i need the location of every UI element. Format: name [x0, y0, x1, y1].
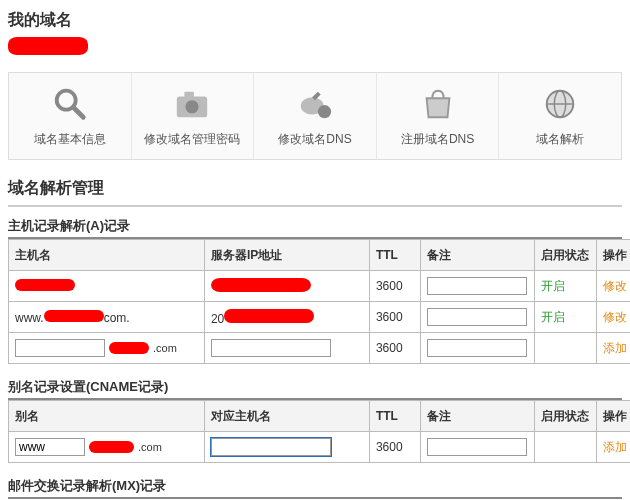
redaction	[109, 342, 149, 354]
redaction	[8, 37, 88, 55]
col-host: 主机名	[9, 240, 205, 271]
bag-icon	[419, 85, 457, 123]
toolbar: 域名基本信息 修改域名管理密码 修改域名DNS 注册域名DNS 域名解析	[8, 72, 622, 160]
note-input[interactable]	[427, 438, 527, 456]
note-input[interactable]	[427, 339, 527, 357]
host-input[interactable]	[15, 339, 105, 357]
col-ttl: TTL	[369, 240, 421, 271]
tool-label: 域名解析	[536, 131, 584, 148]
table-header-row: 别名 对应主机名 TTL 备注 启用状态 操作	[9, 401, 631, 432]
ip-input[interactable]	[211, 339, 331, 357]
host-suffix: .com	[153, 342, 177, 354]
redaction	[15, 279, 75, 291]
page-title: 我的域名	[8, 10, 622, 31]
edit-link[interactable]: 修改	[603, 279, 627, 293]
tool-change-password[interactable]: 修改域名管理密码	[132, 73, 255, 159]
col-op: 操作	[596, 240, 630, 271]
col-status: 启用状态	[534, 401, 596, 432]
a-record-table: 主机名 服务器IP地址 TTL 备注 启用状态 操作 3600 开启 修改 ww…	[8, 239, 630, 364]
redaction	[89, 441, 134, 453]
svg-line-1	[74, 107, 84, 117]
col-target: 对应主机名	[204, 401, 369, 432]
redaction	[224, 309, 314, 323]
cname-table: 别名 对应主机名 TTL 备注 启用状态 操作 .com 3600 添加	[8, 400, 630, 463]
svg-rect-4	[185, 91, 195, 97]
status-cell: 开启	[534, 302, 596, 333]
col-note: 备注	[421, 240, 534, 271]
tool-label: 域名基本信息	[34, 131, 106, 148]
col-ip: 服务器IP地址	[204, 240, 369, 271]
alias-suffix: .com	[138, 441, 162, 453]
tool-change-dns[interactable]: 修改域名DNS	[254, 73, 377, 159]
tool-register-dns[interactable]: 注册域名DNS	[377, 73, 500, 159]
tool-label: 修改域名DNS	[278, 131, 351, 148]
svg-point-3	[186, 100, 199, 113]
ttl-cell: 3600	[369, 432, 421, 463]
tool-label: 修改域名管理密码	[144, 131, 240, 148]
col-alias: 别名	[9, 401, 205, 432]
col-note: 备注	[421, 401, 534, 432]
table-row: 3600 开启 修改	[9, 271, 631, 302]
divider	[8, 205, 622, 207]
mx-title: 邮件交换记录解析(MX)记录	[8, 477, 622, 495]
note-input[interactable]	[427, 308, 527, 326]
magnifier-icon	[51, 85, 89, 123]
status-cell: 开启	[534, 271, 596, 302]
ip-prefix: 20	[211, 312, 224, 326]
col-ttl: TTL	[369, 401, 421, 432]
tool-dns-resolve[interactable]: 域名解析	[499, 73, 621, 159]
dns-edit-icon	[296, 85, 334, 123]
tool-label: 注册域名DNS	[401, 131, 474, 148]
ttl-cell: 3600	[369, 271, 421, 302]
host-prefix: www.	[15, 311, 44, 325]
camera-icon	[173, 85, 211, 123]
redaction	[211, 278, 311, 292]
col-status: 启用状态	[534, 240, 596, 271]
globe-icon	[541, 85, 579, 123]
section-dns-mgmt: 域名解析管理	[8, 178, 622, 199]
svg-point-6	[318, 104, 331, 117]
table-add-row: .com 3600 添加	[9, 333, 631, 364]
ttl-cell: 3600	[369, 302, 421, 333]
add-link[interactable]: 添加	[603, 440, 627, 454]
host-suffix: com.	[104, 311, 130, 325]
a-record-title: 主机记录解析(A)记录	[8, 217, 622, 235]
redaction	[44, 310, 104, 322]
table-header-row: 主机名 服务器IP地址 TTL 备注 启用状态 操作	[9, 240, 631, 271]
table-add-row: .com 3600 添加	[9, 432, 631, 463]
note-input[interactable]	[427, 277, 527, 295]
target-input[interactable]	[211, 438, 331, 456]
tool-basic-info[interactable]: 域名基本信息	[9, 73, 132, 159]
ttl-cell: 3600	[369, 333, 421, 364]
alias-input[interactable]	[15, 438, 85, 456]
edit-link[interactable]: 修改	[603, 310, 627, 324]
cname-title: 别名记录设置(CNAME记录)	[8, 378, 622, 396]
col-op: 操作	[596, 401, 630, 432]
add-link[interactable]: 添加	[603, 341, 627, 355]
table-row: www.com. 20 3600 开启 修改	[9, 302, 631, 333]
